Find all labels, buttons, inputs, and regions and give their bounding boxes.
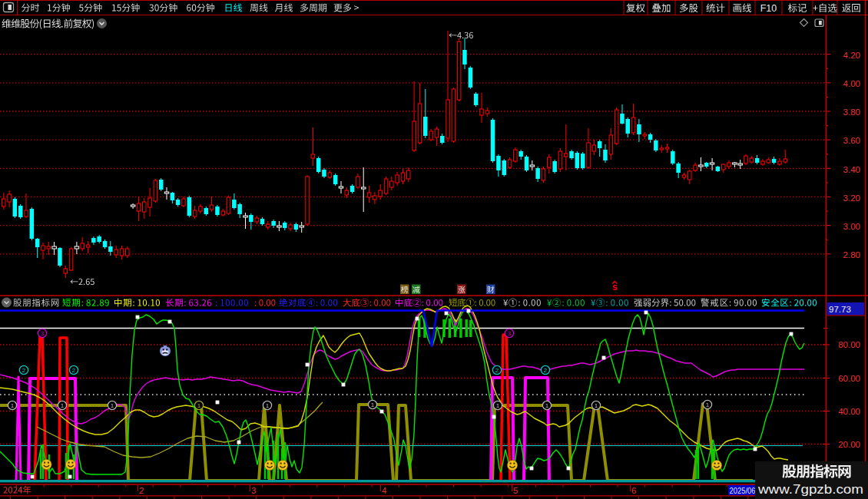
svg-text:3.40: 3.40 [843, 165, 860, 174]
svg-text:5: 5 [513, 486, 518, 495]
svg-text:4: 4 [382, 486, 387, 495]
svg-text:3: 3 [508, 330, 512, 337]
svg-text:2: 2 [495, 367, 499, 374]
svg-text:F10: F10 [760, 3, 777, 14]
svg-text:40.00: 40.00 [838, 407, 860, 416]
svg-text:1: 1 [371, 402, 375, 408]
svg-text:3.60: 3.60 [843, 136, 860, 145]
svg-text:3.00: 3.00 [843, 222, 860, 231]
svg-text:www.7gpzb.com: www.7gpzb.com [757, 483, 863, 496]
svg-text:4.00: 4.00 [843, 79, 860, 88]
svg-text:1: 1 [111, 402, 114, 409]
svg-text:2: 2 [72, 367, 76, 374]
svg-text:1: 1 [706, 402, 710, 408]
svg-text:20.00: 20.00 [838, 440, 860, 449]
svg-text:1: 1 [11, 402, 15, 409]
svg-text:1: 1 [61, 402, 65, 409]
svg-text:2025/06: 2025/06 [730, 487, 756, 495]
svg-text:2.80: 2.80 [843, 250, 860, 259]
svg-text:1: 1 [595, 402, 598, 409]
svg-text:2: 2 [139, 486, 144, 495]
svg-text:6: 6 [631, 486, 636, 495]
svg-text:1: 1 [266, 402, 270, 409]
svg-text:4.20: 4.20 [843, 51, 860, 60]
svg-text:1: 1 [197, 402, 201, 409]
svg-text:80.00: 80.00 [838, 340, 860, 349]
svg-text:3.80: 3.80 [843, 107, 860, 117]
svg-text:97.73: 97.73 [829, 305, 851, 314]
svg-text:2: 2 [22, 367, 26, 374]
svg-text:1: 1 [496, 402, 500, 409]
svg-text:60.00: 60.00 [838, 374, 860, 383]
svg-text:2: 2 [544, 367, 548, 374]
svg-text:1: 1 [545, 402, 549, 409]
svg-text:3: 3 [251, 486, 256, 495]
svg-text:3.20: 3.20 [843, 193, 860, 203]
svg-text:3: 3 [41, 330, 45, 337]
